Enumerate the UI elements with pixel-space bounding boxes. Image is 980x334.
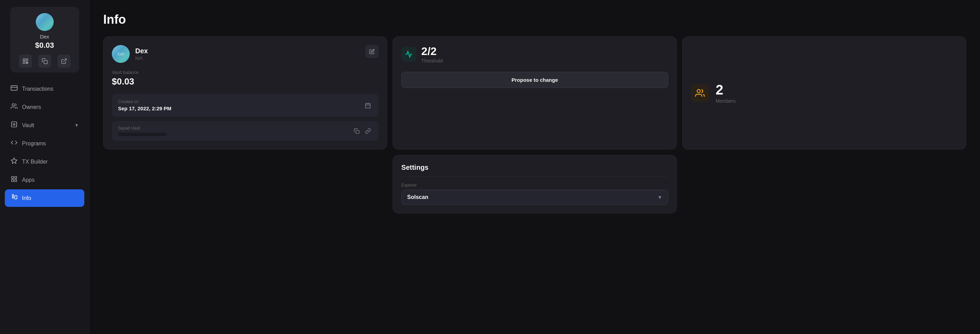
dex-card: Edit Dex N/A Vault balance $0.03 Created <box>103 36 387 149</box>
created-value: Sep 17, 2022, 2:29 PM <box>118 106 171 111</box>
svg-rect-24 <box>356 130 359 133</box>
page-title: Info <box>103 13 966 27</box>
explorer-value: Solscan <box>407 194 428 200</box>
svg-rect-9 <box>11 85 17 90</box>
main-content: Info Edit Dex N/A Vault balance <box>89 0 980 334</box>
propose-to-change-button[interactable]: Propose to change <box>401 72 668 88</box>
card-icon <box>10 84 18 93</box>
wallet-copy-button[interactable] <box>38 55 51 68</box>
sidebar: Dex $0.03 <box>0 0 89 334</box>
vault-balance-value: $0.03 <box>112 76 379 87</box>
threshold-label: Threshold <box>421 58 442 63</box>
sidebar-item-transactions-label: Transactions <box>22 86 53 92</box>
sidebar-item-apps[interactable]: Apps <box>5 171 84 188</box>
sidebar-item-programs-label: Programs <box>22 141 46 147</box>
members-value: 2 <box>716 82 736 98</box>
threshold-value: 2/2 <box>421 45 442 58</box>
squad-vault-copy-button[interactable] <box>352 127 361 135</box>
svg-rect-6 <box>27 63 28 63</box>
sidebar-item-tx-builder[interactable]: TX Builder <box>5 153 84 171</box>
svg-rect-0 <box>23 59 25 60</box>
info-grid: Edit Dex N/A Vault balance $0.03 Created <box>103 36 966 214</box>
settings-title: Settings <box>401 163 668 171</box>
members-label: Members <box>716 98 736 104</box>
explorer-label: Explorer <box>401 183 668 188</box>
sidebar-item-programs[interactable]: Programs <box>5 135 84 152</box>
sidebar-item-info[interactable]: Info <box>5 189 84 207</box>
squad-vault-label: Squad Vault <box>118 126 166 131</box>
svg-rect-5 <box>26 63 27 63</box>
info-nav-icon <box>10 194 18 203</box>
sidebar-item-tx-builder-label: TX Builder <box>22 159 48 165</box>
dex-edit-button[interactable] <box>366 45 379 58</box>
threshold-info: 2/2 Threshold <box>421 45 442 63</box>
wallet-qr-button[interactable] <box>19 55 32 68</box>
vault-icon <box>10 121 18 130</box>
sidebar-item-vault[interactable]: Vault ▼ <box>5 117 84 134</box>
members-icon-wrap <box>691 84 709 102</box>
wallet-actions <box>19 55 70 68</box>
sidebar-item-owners-label: Owners <box>22 104 41 110</box>
dex-avatar: Edit <box>112 45 130 63</box>
created-on-info: Created on Sep 17, 2022, 2:29 PM <box>118 99 171 111</box>
dex-sub: N/A <box>135 55 360 61</box>
sidebar-item-vault-label: Vault <box>22 122 34 128</box>
svg-rect-3 <box>26 62 27 63</box>
explorer-chevron-icon: ▼ <box>657 195 662 200</box>
svg-point-13 <box>13 124 15 125</box>
svg-rect-4 <box>27 62 28 63</box>
threshold-card: 2/2 Threshold Propose to change <box>393 36 676 149</box>
svg-rect-12 <box>12 122 17 127</box>
svg-rect-15 <box>12 177 14 179</box>
svg-point-11 <box>12 104 14 106</box>
svg-rect-7 <box>44 60 47 64</box>
sidebar-item-info-label: Info <box>22 195 31 201</box>
threshold-icon-wrap <box>401 47 416 62</box>
wallet-card: Dex $0.03 <box>10 7 79 73</box>
wallet-link-button[interactable] <box>57 55 70 68</box>
svg-rect-18 <box>15 180 17 182</box>
wallet-balance: $0.03 <box>35 41 54 50</box>
vault-balance-label: Vault balance <box>112 70 379 75</box>
code-icon <box>10 139 18 148</box>
dex-card-header: Edit Dex N/A <box>112 45 379 63</box>
created-label: Created on <box>118 99 171 104</box>
dex-info: Dex N/A <box>135 47 360 61</box>
calendar-button[interactable] <box>363 101 372 110</box>
svg-point-25 <box>697 89 700 92</box>
sidebar-item-apps-label: Apps <box>22 177 34 183</box>
nav-list: Transactions Owners Vault <box>0 80 89 207</box>
threshold-header: 2/2 Threshold <box>401 45 668 63</box>
squad-vault-card: Squad Vault <box>112 121 379 141</box>
created-on-card: Created on Sep 17, 2022, 2:29 PM <box>112 94 379 117</box>
dex-name: Dex <box>135 47 360 55</box>
svg-line-8 <box>63 59 66 62</box>
svg-rect-20 <box>366 103 371 108</box>
sidebar-item-owners[interactable]: Owners <box>5 98 84 116</box>
svg-rect-19 <box>15 196 17 199</box>
squad-vault-info: Squad Vault <box>118 126 166 136</box>
svg-rect-17 <box>12 180 14 182</box>
wallet-name: Dex <box>40 34 49 40</box>
explorer-select[interactable]: Solscan ▼ <box>401 190 668 205</box>
wallet-avatar <box>36 13 54 31</box>
members-info: 2 Members <box>716 82 736 104</box>
squad-vault-address <box>118 133 166 136</box>
settings-divider <box>401 176 668 177</box>
vault-chevron-icon: ▼ <box>74 123 79 128</box>
apps-icon <box>10 176 18 184</box>
svg-rect-1 <box>26 59 27 60</box>
svg-marker-14 <box>11 158 17 163</box>
members-card: 2 Members <box>682 36 966 149</box>
squad-vault-link-button[interactable] <box>364 127 372 135</box>
squad-vault-actions <box>352 127 372 135</box>
svg-rect-2 <box>23 62 25 63</box>
tx-builder-icon <box>10 157 18 166</box>
people-icon <box>10 103 18 111</box>
settings-card: Settings Explorer Solscan ▼ <box>393 155 676 214</box>
svg-rect-16 <box>15 177 17 179</box>
sidebar-item-transactions[interactable]: Transactions <box>5 80 84 98</box>
